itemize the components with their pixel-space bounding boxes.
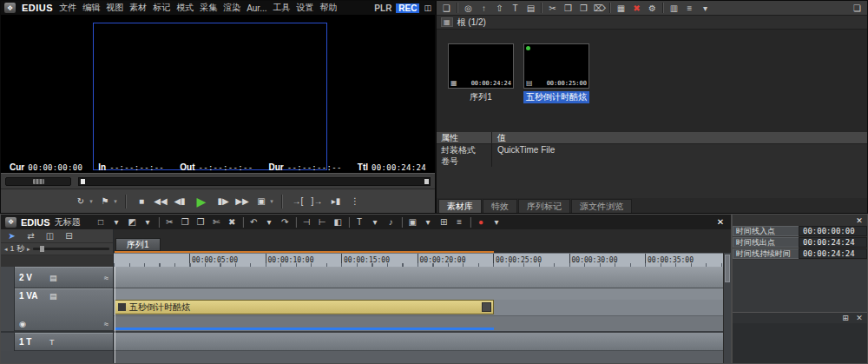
track-lane-1t[interactable] [114, 333, 723, 351]
title-track-icon[interactable]: T [49, 338, 55, 347]
clip-thumbnail[interactable]: ▤ 00:00:25:00 [523, 43, 589, 89]
next-frame-button[interactable]: ▮▶ [214, 193, 232, 210]
add-title-icon[interactable]: T [508, 2, 523, 15]
menu-clip[interactable]: 素材 [129, 2, 147, 14]
track-name[interactable]: 1 VA [19, 291, 45, 301]
tab-bin[interactable]: 素材库 [438, 199, 482, 213]
output-monitor-dropdown[interactable]: ▾ [268, 193, 275, 210]
dock-icon[interactable]: ❏ [850, 2, 865, 15]
add-title-dropdown[interactable]: ▾ [368, 216, 383, 228]
track-name[interactable]: 1 T [19, 337, 45, 347]
next-edit-button[interactable]: ▸▮ [327, 193, 345, 210]
move-up-icon[interactable]: ↑ [477, 2, 491, 15]
timeline-playhead[interactable] [115, 267, 115, 363]
save-icon[interactable]: ◩ [125, 216, 140, 228]
track-header-main[interactable]: 2 V ▤ ≈ [15, 267, 113, 288]
copy-icon[interactable]: ❐ [178, 216, 193, 228]
cut-icon[interactable]: ✂ [162, 216, 177, 228]
menu-mode[interactable]: 模式 [176, 2, 194, 14]
export-dropdown[interactable]: ▾ [490, 216, 504, 228]
clip-name-selected[interactable]: 五秒倒计时酷炫 [523, 91, 589, 103]
track-header-main[interactable]: 1 T T [15, 333, 113, 351]
track-lane-1va-lower[interactable] [114, 315, 723, 328]
playhead-marker[interactable] [81, 179, 85, 184]
track-lane-1va-upper[interactable] [114, 288, 723, 300]
shuttle-handle[interactable] [33, 179, 44, 184]
new-sequence-icon[interactable]: □ [94, 216, 108, 228]
timeline-zoom-slider[interactable] [33, 248, 109, 250]
search-icon[interactable]: ◎ [461, 2, 476, 15]
clip-end-handle[interactable] [482, 302, 491, 312]
input-preset-button[interactable]: ⚑ [96, 193, 114, 210]
menu-edit[interactable]: 编辑 [82, 2, 100, 14]
preview-monitor-dropdown[interactable]: ▾ [421, 216, 436, 228]
bin-window-icon[interactable]: ❑ [439, 2, 454, 15]
track-patch-cell[interactable] [1, 267, 15, 288]
zoom-out-icon[interactable]: ◂ [4, 246, 8, 253]
track-header-1t[interactable]: 1 T T [1, 333, 113, 351]
menu-file[interactable]: 文件 [59, 2, 76, 14]
zoom-in-icon[interactable]: ▸ [27, 246, 30, 253]
set-out-button[interactable]: ]→ [308, 193, 326, 210]
snap-icon[interactable]: ⊞ [437, 216, 451, 228]
view-dropdown[interactable]: ▾ [698, 2, 713, 15]
settings-icon[interactable]: ⚙ [645, 2, 660, 15]
scrollbar-handle[interactable] [725, 255, 730, 282]
set-in-icon[interactable]: ⊣ [299, 216, 314, 228]
rewind-button[interactable]: ◀◀ [152, 193, 169, 210]
track-waveform-icon[interactable]: ≈ [104, 320, 108, 328]
clip-thumbnail[interactable]: ▦ 00:00:24:24 [448, 43, 514, 89]
table-row[interactable]: 封装格式 QuickTime File [437, 144, 867, 156]
track-name[interactable]: 2 V [19, 273, 45, 282]
delete-offline-icon[interactable]: ✖ [629, 2, 644, 15]
undo-dropdown[interactable]: ▾ [262, 216, 277, 228]
preview-monitor-icon[interactable]: ▣ [405, 216, 420, 228]
track-lane-2v[interactable] [114, 267, 723, 288]
paste-icon[interactable]: ❒ [194, 216, 208, 228]
redo-icon[interactable]: ↷ [278, 216, 293, 228]
track-patch-cell[interactable] [1, 288, 15, 331]
menu-view[interactable]: 视图 [106, 2, 123, 14]
copy-icon[interactable]: ❐ [561, 2, 575, 15]
clip-audio-bar[interactable] [115, 328, 494, 330]
undo-icon[interactable]: ↶ [247, 216, 261, 228]
audio-mixer-icon[interactable]: ≡ [452, 216, 467, 228]
tab-sequence-marker[interactable]: 序列标记 [518, 199, 570, 213]
timecode-ruler[interactable]: 00:00:05:00 00:00:10:00 00:00:15:00 00:0… [114, 253, 723, 267]
menu-help[interactable]: 帮助 [319, 2, 337, 14]
add-title-icon[interactable]: T [352, 216, 367, 228]
track-lanes[interactable]: 五秒倒计时酷炫 [114, 267, 723, 363]
stop-button[interactable]: ■ [133, 193, 150, 210]
timeline-close-button[interactable]: ✕ [714, 217, 727, 227]
track-patch-cell[interactable] [1, 333, 15, 351]
track-panel-icon[interactable]: ▤ [49, 274, 57, 282]
monitor-layout-icon[interactable]: ◫ [424, 3, 431, 12]
menu-plugin[interactable]: Aur... [247, 3, 266, 13]
clip-name[interactable]: 序列1 [467, 91, 495, 103]
menu-capture[interactable]: 采集 [200, 2, 217, 14]
zoom-slider-handle[interactable] [40, 246, 44, 252]
menu-settings[interactable]: 设置 [296, 2, 313, 14]
timeline-vertical-scrollbar[interactable] [723, 253, 731, 363]
track-visibility-icon[interactable]: ◉ [19, 320, 26, 328]
cut-icon[interactable]: ✂ [545, 2, 560, 15]
recorder-mode-button[interactable]: REC [396, 3, 419, 13]
ripple-cut-icon[interactable]: ✄ [209, 216, 224, 228]
zoom-level-label[interactable]: 1 秒 [10, 243, 25, 255]
bin-content-area[interactable]: ▦ 00:00:24:24 序列1 ▤ 00:00:25:00 五秒倒计时酷炫 [437, 30, 867, 132]
timeline-clip[interactable]: 五秒倒计时酷炫 [115, 300, 494, 314]
input-preset-dropdown[interactable]: ▾ [112, 193, 119, 210]
table-row[interactable]: 卷号 [437, 156, 867, 167]
save-dropdown[interactable]: ▾ [141, 216, 155, 228]
folder-up-icon[interactable]: ⇧ [492, 2, 507, 15]
player-mode-button[interactable]: PLR [374, 3, 391, 13]
shuttle-slider[interactable] [5, 177, 71, 186]
info-close-button[interactable]: ✕ [854, 216, 865, 225]
loop-dropdown[interactable]: ▾ [88, 193, 95, 210]
panel-close-icon[interactable]: ✕ [854, 313, 865, 323]
set-out-icon[interactable]: ⊢ [315, 216, 330, 228]
send-to-player-icon[interactable]: ▤ [523, 2, 538, 15]
track-panel-icon[interactable]: ▤ [49, 292, 57, 301]
track-lane-1va-audio[interactable] [114, 328, 723, 331]
new-sequence-dropdown[interactable]: ▾ [109, 216, 124, 228]
